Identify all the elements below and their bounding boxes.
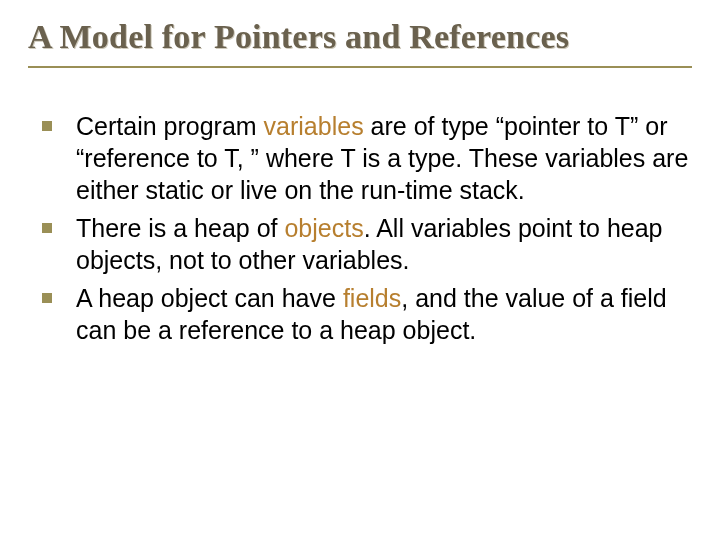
slide: A Model for Pointers and References Cert… — [0, 0, 720, 540]
list-item: A heap object can have fields, and the v… — [34, 282, 692, 346]
highlight-text: objects — [284, 214, 363, 242]
slide-title: A Model for Pointers and References — [28, 18, 692, 68]
highlight-text: fields — [343, 284, 401, 312]
body-text: There is a heap of — [76, 214, 284, 242]
list-item: There is a heap of objects. All variable… — [34, 212, 692, 276]
list-item: Certain program variables are of type “p… — [34, 110, 692, 206]
highlight-text: variables — [264, 112, 364, 140]
bullet-list: Certain program variables are of type “p… — [34, 110, 692, 346]
body-text: Certain program — [76, 112, 264, 140]
body-text: A heap object can have — [76, 284, 343, 312]
